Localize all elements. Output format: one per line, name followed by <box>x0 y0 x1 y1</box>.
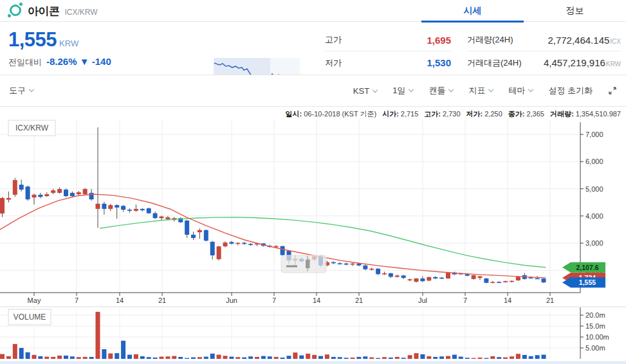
info-value: 1,354,510.987 <box>576 110 621 118</box>
tools-dropdown[interactable]: 도구 <box>9 85 33 96</box>
svg-text:10.00m: 10.00m <box>585 333 609 341</box>
candles-layer <box>0 127 546 284</box>
volume-24h-label: 거래량(24H) <box>467 34 513 46</box>
toolbar-right-group: 설정 초기화 KST1일캔들지표테마 <box>353 85 617 96</box>
chevron-down-icon <box>448 87 454 92</box>
pane-labels: ICX/KRWVOLUME <box>8 120 55 325</box>
low-row: 저가 1,530 <box>325 51 451 74</box>
price-gridlines <box>0 134 580 270</box>
svg-text:14: 14 <box>116 296 124 304</box>
header: 아이콘 ICX/KRW 시세 정보 <box>0 0 626 22</box>
svg-text:21: 21 <box>546 296 554 304</box>
svg-text:Jul: Jul <box>418 296 427 304</box>
svg-text:21: 21 <box>355 296 363 304</box>
toolbar-dropdown-3[interactable]: 지표 <box>468 85 493 96</box>
info-key: 종가: <box>508 110 525 118</box>
coin-pair: ICX/KRW <box>65 8 98 17</box>
svg-text:2,107.6: 2,107.6 <box>576 264 598 271</box>
volume-24h-row: 거래량(24H) 2,772,464.145ICX <box>467 29 621 51</box>
toolbar-dropdown-2[interactable]: 캔들 <box>428 85 453 96</box>
chevron-down-icon <box>488 87 493 92</box>
info-key: 저가: <box>466 110 483 118</box>
price-tags: 2,107.61,7241,555 <box>562 262 605 287</box>
svg-text:15.0m: 15.0m <box>585 322 605 330</box>
high-value: 1,695 <box>427 35 451 46</box>
svg-text:7: 7 <box>75 296 78 304</box>
info-key: 시가: <box>382 110 399 118</box>
stats-volume: 거래량(24H) 2,772,464.145ICX 거래대금(24H) 4,45… <box>467 29 621 74</box>
info-value: 2,730 <box>443 110 461 118</box>
svg-text:20.0m: 20.0m <box>585 311 605 319</box>
ohlc-info-bar: 일시:06-10-2018 (KST 기준)시가:2,715고가:2,730저가… <box>286 109 621 119</box>
svg-text:1,555: 1,555 <box>579 278 596 286</box>
current-price: 1,555 <box>8 28 57 51</box>
expand-icon <box>608 86 617 95</box>
volume-bars-layer <box>0 312 546 359</box>
change-row: 전일대비 -8.26% ▼ -140 <box>8 56 111 68</box>
chart-toolbar: 도구 설정 초기화 KST1일캔들지표테마 <box>0 75 626 107</box>
low-value: 1,530 <box>427 57 451 68</box>
info-key: 일시: <box>286 110 302 118</box>
svg-text:14: 14 <box>313 296 320 304</box>
svg-text:7: 7 <box>272 296 276 304</box>
svg-text:VOLUME: VOLUME <box>14 313 46 322</box>
stats-high-low: 고가 1,695 저가 1,530 <box>325 29 451 74</box>
logo-dot-bottom-left <box>6 13 12 19</box>
svg-text:Jun: Jun <box>226 296 237 304</box>
change-value: -8.26% ▼ -140 <box>46 56 111 67</box>
high-label: 고가 <box>325 34 342 46</box>
candlestick-chart[interactable]: May71421Jun71421Jul714217,0006,0005,0004… <box>0 107 626 364</box>
chart-section[interactable]: 일시:06-10-2018 (KST 기준)시가:2,715고가:2,730저가… <box>0 107 626 364</box>
toolbar-dropdown-4[interactable]: 테마 <box>508 85 533 96</box>
amount-24h-label: 거래대금(24H) <box>467 57 522 69</box>
moving-averages <box>0 194 546 278</box>
svg-text:ICX/KRW: ICX/KRW <box>15 123 49 132</box>
svg-text:May: May <box>28 296 41 304</box>
price-summary-panel: 1,555 KRW 전일대비 -8.26% ▼ -140 고가 1,695 저가… <box>0 23 626 74</box>
toolbar-dropdown-1[interactable]: 1일 <box>392 85 413 96</box>
svg-text:6,000: 6,000 <box>585 158 603 165</box>
tab-price[interactable]: 시세 <box>421 0 524 22</box>
volume-24h-value: 2,772,464.145ICX <box>548 35 621 46</box>
svg-text:5.00m: 5.00m <box>585 344 605 352</box>
down-arrow-icon: ▼ <box>80 56 89 67</box>
svg-text:3,000: 3,000 <box>585 239 603 247</box>
ma-red-line <box>0 194 546 278</box>
x-axis: May71421Jun71421Jul71421 <box>0 293 626 307</box>
info-key: 거래량: <box>550 110 574 118</box>
amount-24h-row: 거래대금(24H) 4,457,219,916KRW <box>467 51 621 74</box>
svg-text:4,000: 4,000 <box>585 212 603 220</box>
low-label: 저가 <box>325 57 342 69</box>
high-row: 고가 1,695 <box>325 29 451 51</box>
reset-settings-button[interactable]: 설정 초기화 <box>548 85 593 96</box>
svg-text:7,000: 7,000 <box>585 131 603 138</box>
info-value: 2,715 <box>401 110 419 118</box>
current-price-unit: KRW <box>59 39 78 48</box>
header-tabs: 시세 정보 <box>421 0 626 22</box>
svg-text:5,000: 5,000 <box>585 185 603 193</box>
svg-text:14: 14 <box>504 296 511 304</box>
toolbar-dropdown-0[interactable]: KST <box>353 86 377 96</box>
fullscreen-button[interactable] <box>608 86 617 95</box>
time-gridlines <box>34 120 550 359</box>
chevron-down-icon <box>29 87 34 92</box>
chevron-down-icon <box>373 87 378 92</box>
change-label: 전일대비 <box>8 57 42 68</box>
amount-24h-value: 4,457,219,916KRW <box>544 57 621 68</box>
volume-gridlines <box>0 315 580 348</box>
tab-info[interactable]: 정보 <box>524 0 626 22</box>
coin-detail-page: 아이콘 ICX/KRW 시세 정보 1,555 KRW 전일대비 -8.26% … <box>0 0 626 364</box>
chart-scroll-strip[interactable] <box>0 361 626 364</box>
info-value: 2,365 <box>526 110 544 118</box>
svg-text:7: 7 <box>463 296 467 304</box>
coin-title-row: 아이콘 ICX/KRW <box>28 4 98 19</box>
icon-coin-logo <box>8 3 23 17</box>
chevron-down-icon <box>409 87 414 92</box>
coin-name: 아이콘 <box>28 4 60 19</box>
volume-axis: 20.0m15.0m10.00m5.00m <box>580 307 609 359</box>
hover-tooltip-box <box>281 255 326 273</box>
chevron-down-icon <box>528 87 533 92</box>
info-value: 06-10-2018 (KST 기준) <box>304 110 376 118</box>
current-price-row: 1,555 KRW <box>8 28 78 51</box>
logo-dot-top-right <box>18 1 24 7</box>
